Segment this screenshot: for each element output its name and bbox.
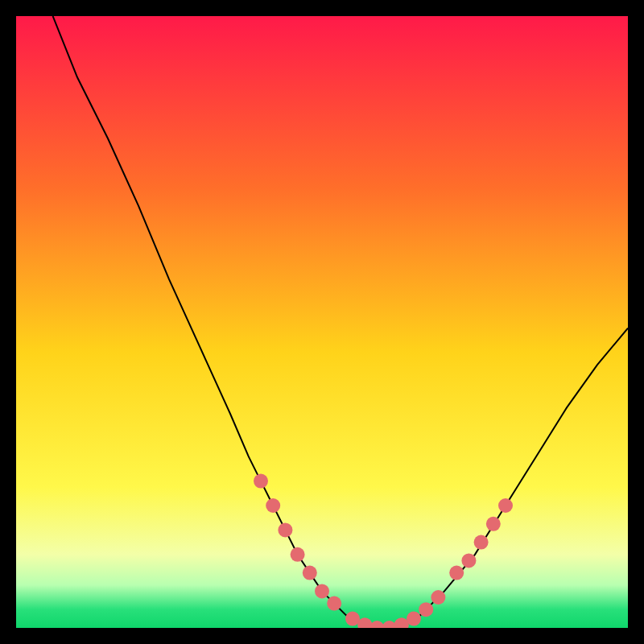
- curve-marker: [327, 597, 341, 611]
- curve-marker: [254, 474, 268, 489]
- curve-marker: [486, 517, 501, 531]
- curve-marker: [291, 547, 305, 562]
- curve-marker: [474, 535, 489, 550]
- chart-frame: TheBottleneck.com: [16, 16, 628, 628]
- curve-marker: [315, 584, 329, 598]
- curve-marker: [461, 553, 476, 568]
- curve-marker: [431, 590, 445, 605]
- curve-marker: [449, 566, 464, 580]
- curve-marker: [303, 566, 317, 580]
- curve-marker: [278, 522, 292, 537]
- bottleneck-chart: [16, 16, 628, 628]
- curve-marker: [498, 498, 513, 513]
- heat-gradient-rect: [16, 16, 628, 628]
- curve-marker: [407, 612, 421, 626]
- curve-marker: [266, 498, 280, 513]
- curve-marker: [419, 602, 433, 617]
